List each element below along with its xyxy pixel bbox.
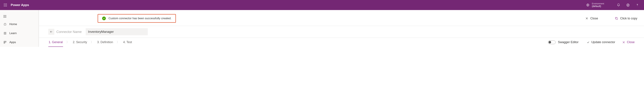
nav-item-learn[interactable]: Learn: [0, 29, 39, 38]
nav-item-home[interactable]: Home: [0, 20, 39, 29]
svg-rect-16: [5, 41, 6, 42]
connector-name-label: Connector Name: [56, 30, 82, 34]
wizard-step-test[interactable]: 4. Test: [123, 39, 132, 45]
waffle-icon: [4, 3, 7, 6]
wizard-close-button[interactable]: Close: [622, 40, 634, 44]
svg-point-11: [637, 6, 638, 6]
notifications-button[interactable]: [614, 0, 623, 10]
wizard-step-general[interactable]: 1. General: [48, 39, 63, 45]
question-icon: [636, 3, 639, 7]
svg-point-7: [5, 6, 6, 6]
toggle-off-icon[interactable]: [548, 40, 556, 44]
svg-rect-17: [4, 42, 5, 43]
gear-icon: [626, 3, 630, 7]
environment-value: (default): [592, 5, 604, 8]
checkmark-icon: [587, 41, 590, 44]
wizard-steps: 1. General 〉 2. Security 〉 3. Definition…: [39, 38, 644, 47]
grid-icon: [3, 41, 7, 44]
copy-icon: [615, 17, 618, 20]
global-header: Power Apps Environment (default): [0, 0, 644, 10]
app-launcher-button[interactable]: [2, 2, 9, 8]
chevron-right-icon: 〉: [117, 40, 120, 44]
connector-name-row: Connector Name: [39, 26, 644, 38]
sidebar-item-label: Apps: [10, 41, 16, 44]
svg-point-5: [6, 5, 7, 5]
globe-icon: [586, 3, 590, 7]
back-button[interactable]: [48, 29, 54, 35]
arrow-left-icon: [50, 30, 53, 33]
left-nav: Home Learn Apps: [0, 10, 39, 47]
close-icon: [585, 17, 588, 20]
chevron-right-icon: 〉: [66, 40, 69, 44]
environment-label: Environment: [592, 2, 604, 5]
svg-point-3: [4, 5, 4, 5]
bell-icon: [617, 3, 620, 7]
connector-name-input[interactable]: [86, 28, 148, 35]
svg-rect-15: [4, 41, 5, 42]
svg-point-8: [6, 6, 7, 6]
svg-rect-20: [616, 18, 618, 19]
notification-close-label: Close: [590, 17, 598, 20]
notification-bar: Custom connector has been successfully c…: [39, 10, 644, 26]
success-notification: Custom connector has been successfully c…: [98, 14, 176, 23]
update-connector-button[interactable]: Update connector: [587, 40, 615, 44]
svg-point-4: [5, 5, 6, 5]
notification-text: Custom connector has been successfully c…: [108, 17, 172, 20]
sidebar-item-label: Home: [10, 22, 17, 26]
main-content: Custom connector has been successfully c…: [39, 10, 644, 47]
swagger-editor-toggle[interactable]: Swagger Editor: [548, 40, 578, 44]
svg-point-2: [6, 3, 7, 4]
svg-point-10: [628, 4, 628, 5]
close-icon: [622, 41, 625, 44]
hamburger-icon: [3, 15, 6, 17]
collapse-nav-button[interactable]: [0, 13, 8, 20]
svg-point-0: [4, 3, 4, 4]
sidebar-item-label: Learn: [10, 32, 16, 35]
help-button[interactable]: [632, 0, 642, 10]
environment-selector[interactable]: Environment (default): [583, 2, 607, 8]
click-to-copy-button[interactable]: Click to copy: [615, 17, 637, 20]
chevron-right-icon: 〉: [91, 40, 94, 44]
swagger-editor-label: Swagger Editor: [558, 40, 578, 44]
success-check-icon: [102, 16, 106, 20]
book-icon: [3, 32, 7, 35]
nav-item-apps[interactable]: Apps: [0, 38, 39, 47]
settings-button[interactable]: [623, 0, 632, 10]
notification-copy-label: Click to copy: [620, 17, 637, 20]
wizard-step-definition[interactable]: 3. Definition: [97, 39, 113, 45]
wizard-step-security[interactable]: 2. Security: [72, 39, 88, 45]
svg-point-6: [4, 6, 4, 6]
home-icon: [3, 23, 7, 26]
close-notification-button[interactable]: Close: [585, 17, 598, 20]
svg-point-1: [5, 3, 6, 4]
product-title[interactable]: Power Apps: [11, 3, 29, 7]
